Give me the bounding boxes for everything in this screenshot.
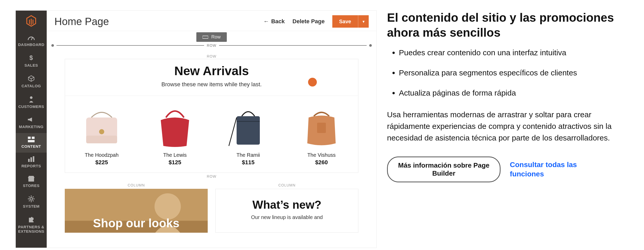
sidebar-item-label: SYSTEM xyxy=(17,204,46,208)
svg-rect-6 xyxy=(28,140,35,142)
cube-icon xyxy=(17,75,46,83)
sidebar-item-label: MARKETING xyxy=(17,124,46,129)
product-name: The Lewis xyxy=(147,152,203,158)
magento-logo[interactable] xyxy=(16,11,47,31)
sidebar-item-label: CONTENT xyxy=(17,144,46,149)
sidebar-item-customers[interactable]: CUSTOMERS xyxy=(16,92,47,113)
sidebar-item-partners-extensions[interactable]: PARTNERS & EXTENSIONS xyxy=(16,213,47,238)
svg-rect-9 xyxy=(33,156,34,162)
product-price: $125 xyxy=(147,159,203,166)
svg-rect-3 xyxy=(28,119,29,120)
row-icon xyxy=(203,35,208,39)
svg-rect-20 xyxy=(203,36,208,38)
product-card[interactable]: The Vishuss$260 xyxy=(293,102,350,166)
sidebar-item-stores[interactable]: STORES xyxy=(16,172,47,192)
puzzle-icon xyxy=(17,216,46,224)
delete-page-button[interactable]: Delete Page xyxy=(293,18,325,25)
svg-rect-26 xyxy=(317,123,326,133)
drop-divider[interactable]: ROW xyxy=(51,43,372,48)
product-price: $260 xyxy=(293,159,350,166)
feature-bullet: Personaliza para segmentos específicos d… xyxy=(399,67,618,78)
shop-looks-text: Shop our looks xyxy=(65,216,208,230)
svg-point-23 xyxy=(99,129,104,134)
see-all-features-link[interactable]: Consultar todas las funciones xyxy=(510,160,592,179)
product-card[interactable]: The Hoodzpah$225 xyxy=(73,102,130,166)
sidebar-item-marketing[interactable]: MARKETING xyxy=(16,113,47,133)
svg-line-0 xyxy=(31,37,33,40)
product-card[interactable]: The Ramii$115 xyxy=(220,102,277,166)
feature-bullets: Puedes crear contenido con una interfaz … xyxy=(387,47,618,98)
sidebar-item-label: REPORTS xyxy=(17,164,46,168)
save-button[interactable]: Save xyxy=(332,15,358,28)
column-label-left: COLUMN xyxy=(65,183,208,187)
svg-point-11 xyxy=(30,198,33,200)
marketing-copy: El contenido del sitio y las promociones… xyxy=(387,10,629,248)
sidebar-item-label: CUSTOMERS xyxy=(17,104,46,109)
sidebar-item-system[interactable]: SYSTEM xyxy=(16,192,47,213)
product-row: The Hoodzpah$225The Lewis$125The Ramii$1… xyxy=(65,96,358,166)
svg-rect-10 xyxy=(28,178,34,182)
page-builder-screenshot: DASHBOARD$SALESCATALOGCUSTOMERSMARKETING… xyxy=(15,10,377,248)
svg-line-18 xyxy=(33,197,34,197)
svg-line-19 xyxy=(29,200,30,201)
row-drag-chip[interactable]: Row xyxy=(196,32,227,42)
product-image-icon xyxy=(224,102,273,149)
product-image-icon xyxy=(77,102,126,149)
column-label-right: COLUMN xyxy=(215,183,358,187)
back-button[interactable]: ← Back xyxy=(263,18,285,25)
product-name: The Ramii xyxy=(220,152,277,158)
store-icon xyxy=(17,176,46,182)
svg-rect-22 xyxy=(86,136,117,143)
product-price: $225 xyxy=(73,159,130,166)
arrivals-title: New Arrivals xyxy=(65,64,358,78)
row-label-2: ROW xyxy=(65,174,358,178)
sidebar-item-label: PARTNERS & EXTENSIONS xyxy=(17,225,46,233)
shop-our-looks-block[interactable]: Shop our looks xyxy=(65,189,208,233)
sidebar-item-label: DASHBOARD xyxy=(17,42,46,47)
whats-new-block[interactable]: What’s new? Our new lineup is available … xyxy=(215,189,358,233)
product-image-icon xyxy=(297,102,346,149)
feature-bullet: Actualiza páginas de forma rápida xyxy=(399,88,618,98)
whats-new-title: What’s new? xyxy=(216,198,358,211)
new-arrivals-block[interactable]: New Arrivals Browse these new items whil… xyxy=(65,59,358,173)
blocks-icon xyxy=(17,137,46,143)
sidebar-item-label: SALES xyxy=(17,63,46,67)
svg-rect-8 xyxy=(30,157,32,162)
dollar-icon: $ xyxy=(17,54,46,62)
arrow-left-icon: ← xyxy=(263,18,269,25)
save-button-group: Save ▾ xyxy=(332,15,369,28)
builder-canvas-area: Home Page ← Back Delete Page Save ▾ xyxy=(47,11,376,248)
product-price: $115 xyxy=(220,159,277,166)
save-dropdown-button[interactable]: ▾ xyxy=(358,15,369,28)
sidebar-item-sales[interactable]: $SALES xyxy=(16,51,47,72)
product-name: The Vishuss xyxy=(293,152,350,158)
product-name: The Hoodzpah xyxy=(73,152,130,158)
person-icon xyxy=(17,96,46,103)
bars-icon xyxy=(17,156,46,163)
page-title: Home Page xyxy=(54,16,109,27)
svg-text:$: $ xyxy=(29,54,33,61)
sidebar-item-label: CATALOG xyxy=(17,84,46,88)
svg-rect-5 xyxy=(32,137,35,139)
svg-rect-4 xyxy=(28,137,31,139)
page-header: Home Page ← Back Delete Page Save ▾ xyxy=(47,11,376,31)
svg-line-16 xyxy=(29,197,30,197)
svg-point-2 xyxy=(30,96,33,99)
marketing-paragraph: Usa herramientas modernas de arrastrar y… xyxy=(387,109,618,144)
admin-sidebar: DASHBOARD$SALESCATALOGCUSTOMERSMARKETING… xyxy=(16,11,47,248)
product-image-icon xyxy=(150,102,199,149)
learn-more-button[interactable]: Más información sobre Page Builder xyxy=(387,157,501,182)
svg-rect-24 xyxy=(237,116,260,145)
product-card[interactable]: The Lewis$125 xyxy=(147,102,203,166)
sidebar-item-reports[interactable]: REPORTS xyxy=(16,153,47,172)
sidebar-item-content[interactable]: CONTENT xyxy=(16,133,47,153)
svg-rect-7 xyxy=(28,159,30,162)
dashboard-icon xyxy=(17,35,46,41)
svg-line-17 xyxy=(33,200,34,201)
selection-handle-icon[interactable] xyxy=(308,78,317,87)
row-label: ROW xyxy=(65,54,358,58)
gear-icon xyxy=(17,196,46,203)
feature-bullet: Puedes crear contenido con una interfaz … xyxy=(399,47,618,58)
sidebar-item-catalog[interactable]: CATALOG xyxy=(16,72,47,92)
sidebar-item-dashboard[interactable]: DASHBOARD xyxy=(16,31,47,51)
